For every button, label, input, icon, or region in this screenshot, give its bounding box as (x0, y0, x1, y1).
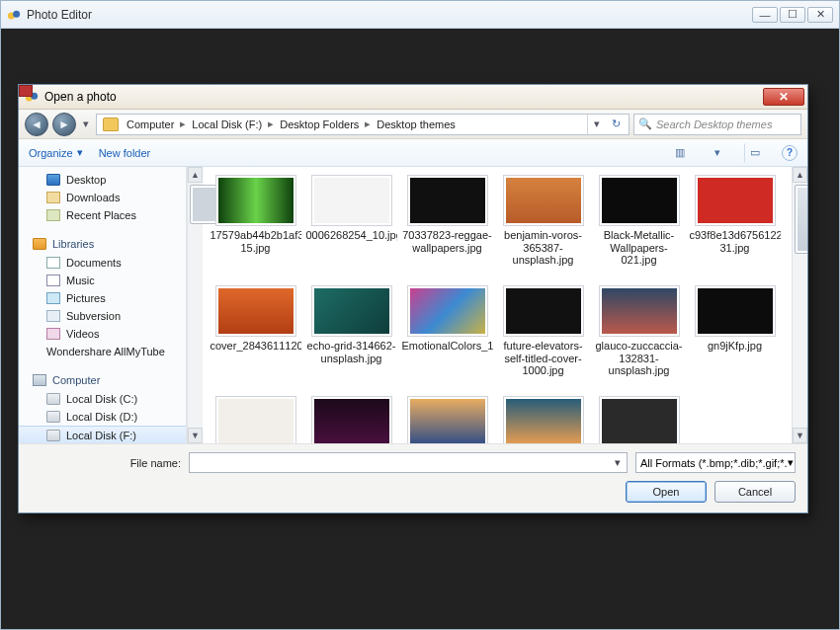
file-item[interactable]: 17579ab44b2b1af3491ee458297202 15.jpg (209, 175, 302, 285)
search-icon: 🔍 (638, 118, 652, 130)
help-button[interactable]: ? (782, 145, 798, 161)
file-item[interactable]: Black-Metallic-Wallpapers-021.jpg (592, 175, 686, 285)
view-mode-dropdown[interactable]: ▾ (707, 143, 728, 163)
file-thumbnail (215, 396, 296, 443)
app-maximize-button[interactable]: ☐ (780, 7, 805, 23)
dialog-titlebar[interactable]: Open a photo ✕ (19, 85, 807, 110)
scroll-up-icon[interactable]: ▲ (793, 167, 807, 183)
crumb-computer[interactable]: Computer (123, 118, 178, 130)
dialog-close-button[interactable]: ✕ (763, 88, 804, 106)
open-button[interactable]: Open (626, 481, 707, 503)
search-input[interactable]: 🔍 Search Desktop themes (633, 114, 801, 135)
scroll-down-icon[interactable]: ▼ (793, 428, 807, 443)
organize-menu[interactable]: Organize ▾ (29, 146, 83, 159)
file-thumbnail (599, 396, 680, 443)
nav-music[interactable]: Music (19, 272, 186, 289)
crumb-desktop-folders[interactable]: Desktop Folders (276, 118, 363, 130)
breadcrumb[interactable]: Computer▸ Local Disk (F:)▸ Desktop Folde… (96, 114, 630, 135)
file-thumbnail (311, 175, 392, 226)
app-title: Photo Editor (27, 8, 92, 22)
nav-recent-places[interactable]: Recent Places (19, 206, 186, 224)
app-minimize-button[interactable]: — (752, 7, 778, 23)
back-button[interactable]: ◄ (25, 113, 48, 136)
breadcrumb-dropdown[interactable]: ▾ (587, 115, 605, 134)
file-name: 0006268254_10.jpg (306, 229, 397, 242)
computer-icon (33, 374, 46, 386)
nav-label: Downloads (66, 192, 120, 203)
nav-desktop[interactable]: Desktop (19, 171, 186, 189)
nav-drive-f[interactable]: Local Disk (F:) (19, 426, 186, 443)
file-thumbnail (503, 285, 584, 337)
chevron-right-icon: ▸ (266, 118, 276, 130)
app-titlebar[interactable]: Photo Editor — ☐ ✕ (1, 1, 839, 29)
app-close-button[interactable]: ✕ (807, 7, 833, 23)
nav-pictures[interactable]: Pictures (19, 289, 186, 307)
file-item[interactable]: cover_284361112016_r.jpg (209, 285, 302, 396)
file-item[interactable]: benjamin-voros-365387-unsplash.jpg (496, 175, 590, 285)
chevron-down-icon: ▾ (788, 456, 794, 469)
dialog-main: Desktop Downloads Recent Places Librarie… (19, 167, 807, 444)
chevron-down-icon: ▾ (77, 146, 83, 159)
filter-text: All Formats (*.bmp;*.dib;*.gif;*. (640, 457, 788, 469)
nav-downloads[interactable]: Downloads (19, 189, 186, 206)
file-type-filter[interactable]: All Formats (*.bmp;*.dib;*.gif;*. ▾ (635, 452, 796, 473)
file-item[interactable] (400, 396, 494, 443)
drive-icon (46, 430, 60, 441)
dialog-bottom-bar: File name: ▾ All Formats (*.bmp;*.dib;*.… (19, 444, 807, 512)
file-item[interactable]: glauco-zuccaccia-132831-unsplash.jpg (592, 285, 686, 396)
documents-icon (46, 257, 60, 269)
cancel-button[interactable]: Cancel (714, 481, 796, 503)
filename-input[interactable]: ▾ (189, 452, 628, 473)
scrollbar-thumb[interactable] (795, 185, 807, 254)
file-item[interactable]: EmotionalColors_1000_RGB.jpg (400, 285, 494, 396)
file-item[interactable] (304, 396, 398, 443)
nav-wondershare[interactable]: Wondershare AllMyTube (19, 343, 186, 360)
file-item[interactable] (592, 396, 686, 443)
file-thumbnail (215, 175, 296, 226)
file-item[interactable]: 70337823-reggae-wallpapers.jpg (400, 175, 494, 285)
file-thumbnail (215, 285, 296, 337)
forward-button[interactable]: ► (52, 113, 76, 136)
nav-drive-c[interactable]: Local Disk (C:) (19, 390, 186, 408)
pictures-icon (46, 292, 60, 304)
drive-icon (46, 393, 60, 405)
file-thumbnail (311, 285, 392, 337)
scroll-down-icon[interactable]: ▼ (188, 428, 203, 443)
navigation-pane[interactable]: Desktop Downloads Recent Places Librarie… (19, 167, 187, 443)
nav-group-libraries[interactable]: Libraries (19, 234, 186, 254)
nav-videos[interactable]: Videos (19, 325, 186, 343)
view-mode-button[interactable]: ▥ (669, 143, 691, 163)
libraries-icon (33, 238, 46, 250)
nav-drive-d[interactable]: Local Disk (D:) (19, 408, 186, 426)
file-item[interactable]: c93f8e13d6756122a82c9cb57eaf97 31.jpg (688, 175, 782, 285)
filegrid-scrollbar[interactable]: ▲ ▼ (792, 167, 807, 443)
new-folder-button[interactable]: New folder (99, 147, 151, 159)
file-item[interactable] (496, 396, 590, 443)
nav-label: Documents (66, 257, 122, 269)
crumb-local-disk-f[interactable]: Local Disk (F:) (188, 118, 266, 130)
nav-subversion[interactable]: Subversion (19, 307, 186, 325)
file-item[interactable] (209, 396, 302, 443)
refresh-button[interactable]: ↻ (605, 115, 627, 134)
file-grid[interactable]: 17579ab44b2b1af3491ee458297202 15.jpg000… (203, 167, 792, 443)
nav-group-computer[interactable]: Computer (19, 370, 186, 390)
file-item[interactable]: 0006268254_10.jpg (304, 175, 398, 285)
scroll-up-icon[interactable]: ▲ (188, 167, 203, 183)
preview-pane-button[interactable]: ▭ (744, 143, 766, 163)
navpane-scrollbar[interactable]: ▲ ▼ (187, 167, 203, 443)
downloads-icon (46, 192, 60, 203)
file-item[interactable]: echo-grid-314662-unsplash.jpg (304, 285, 398, 396)
nav-documents[interactable]: Documents (19, 254, 186, 272)
file-item[interactable]: future-elevators-self-titled-cover-1000.… (496, 285, 590, 396)
app-body: Open a photo ✕ ◄ ► ▾ Computer▸ Local Dis… (1, 29, 839, 629)
nav-label: Wondershare AllMyTube (46, 346, 165, 357)
file-name: 70337823-reggae-wallpapers.jpg (402, 229, 493, 254)
photo-editor-window: Photo Editor — ☐ ✕ Open a photo ✕ (0, 0, 840, 630)
chevron-right-icon: ▸ (178, 118, 188, 130)
filename-dropdown[interactable]: ▾ (610, 455, 625, 470)
file-item[interactable]: gn9jKfp.jpg (688, 285, 782, 396)
crumb-desktop-themes[interactable]: Desktop themes (373, 118, 459, 130)
search-placeholder: Search Desktop themes (656, 118, 772, 130)
app-logo-icon (7, 8, 21, 22)
nav-history-dropdown[interactable]: ▾ (80, 114, 92, 135)
